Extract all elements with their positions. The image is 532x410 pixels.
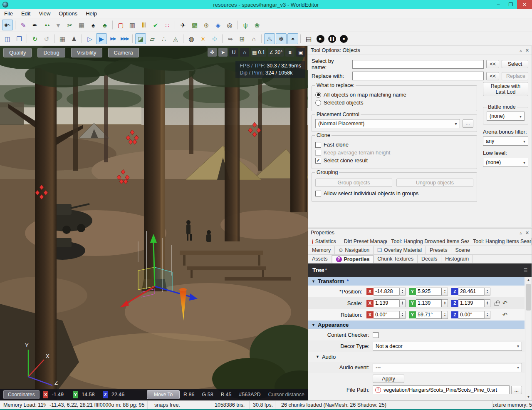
- axis-z-field[interactable]: Z28.461 ▴▾: [451, 288, 490, 296]
- play-speed-1-button[interactable]: ▷: [84, 33, 95, 44]
- tab-presets[interactable]: Presets: [426, 246, 451, 254]
- sun-button[interactable]: ☀: [198, 33, 208, 44]
- building-stamp-button[interactable]: ▦: [76, 20, 87, 30]
- menu-file[interactable]: File: [0, 10, 17, 17]
- spinner[interactable]: ▴▾: [399, 311, 406, 319]
- hamburger-menu-icon[interactable]: ≡: [524, 266, 527, 274]
- pin-icon[interactable]: ▵: [520, 230, 522, 236]
- plane-edit-button[interactable]: ▱: [147, 33, 158, 44]
- checkbox-select-clone-result[interactable]: ✓ Select clone result: [315, 157, 473, 164]
- spinner[interactable]: ▴▾: [399, 288, 406, 296]
- 3d-viewport[interactable]: Y X Z QualityDebugVisibilityCamera ✜➤U⌂▦…: [0, 46, 308, 400]
- save-all-button[interactable]: ❐: [14, 33, 25, 44]
- reset-icon[interactable]: ↶: [502, 300, 507, 306]
- arena-bonus-filter-select[interactable]: any ▾: [483, 137, 528, 146]
- select-by-name-input[interactable]: [352, 60, 484, 69]
- scroll-up-icon[interactable]: ▲: [525, 277, 532, 283]
- file-path-field[interactable]: ! vegetation/Hangars/Scots_Pine/Scots_Pi…: [373, 385, 510, 394]
- visibility-button[interactable]: Visibility: [71, 48, 102, 57]
- axis-z-field[interactable]: Z0.00° ▴▾: [451, 311, 490, 319]
- apply-button[interactable]: Apply: [373, 375, 404, 383]
- home-grid-button[interactable]: ⌂: [248, 33, 259, 44]
- close-panel-icon[interactable]: ✕: [525, 48, 529, 53]
- audio-section-header[interactable]: ▼ Audio: [308, 352, 525, 362]
- play-speed-2-button[interactable]: ▶: [96, 33, 107, 44]
- grid-edit-button[interactable]: ⊞: [237, 33, 247, 44]
- select-history-button[interactable]: <<: [486, 60, 499, 68]
- pause-circle-button[interactable]: ❚❚: [327, 33, 337, 44]
- tank-tool-button[interactable]: ⊛: [201, 20, 212, 30]
- apply-check-button[interactable]: ✔: [150, 20, 161, 30]
- scale-lock-icon[interactable]: [495, 303, 499, 306]
- export-page-button[interactable]: ➥: [225, 33, 236, 44]
- scroll-down-icon[interactable]: ▼: [525, 394, 532, 400]
- placement-more-button[interactable]: ...: [463, 119, 473, 128]
- tab-scene[interactable]: Scene: [451, 246, 474, 254]
- axis-y-field[interactable]: Y59.71° ▴▾: [409, 311, 448, 319]
- flowers-tool-button[interactable]: ∷: [162, 20, 173, 30]
- aircraft-tool-button[interactable]: ✈: [178, 20, 188, 30]
- view-list-icon[interactable]: ≡: [285, 48, 294, 57]
- screenshot-icon[interactable]: ▣: [296, 48, 305, 57]
- skeleton-view-button[interactable]: ♟: [69, 33, 79, 44]
- view-plane-button[interactable]: ◪: [135, 33, 146, 44]
- scrollbar-thumb[interactable]: [526, 284, 531, 311]
- checkbox-fast-clone[interactable]: ✓ Fast clone: [315, 142, 473, 148]
- funnel-tool-button[interactable]: ▼: [53, 20, 64, 30]
- minimize-button[interactable]: –: [492, 0, 505, 9]
- tab-decals[interactable]: Decals: [418, 255, 441, 263]
- target-globe-button[interactable]: ◎: [224, 20, 235, 30]
- tab-memory[interactable]: Memory: [308, 246, 335, 254]
- play-circle-button[interactable]: ▶: [315, 33, 326, 44]
- tab-statistics[interactable]: Statistics: [308, 238, 340, 245]
- fence-tool-button[interactable]: Ⅲ: [139, 20, 149, 30]
- trowel-tool-button[interactable]: ♠: [88, 20, 99, 30]
- menu-help[interactable]: Help: [82, 10, 101, 17]
- spinner[interactable]: ▴▾: [442, 299, 448, 307]
- axis-x-field[interactable]: X-14.828 ▴▾: [366, 288, 406, 296]
- spinner[interactable]: ▴▾: [399, 299, 406, 307]
- snow-view-button[interactable]: ❄: [276, 33, 287, 44]
- appearance-section-header[interactable]: ▼ Appearance: [308, 321, 525, 329]
- battle-mode-select[interactable]: (none) ▾: [487, 112, 525, 121]
- thermal-view-button[interactable]: ♨: [264, 33, 275, 44]
- transform-section-header[interactable]: ▼ Transform*: [308, 277, 525, 286]
- replace-history-button[interactable]: <<: [486, 72, 499, 80]
- ruler-tool-button[interactable]: ▥: [127, 20, 138, 30]
- axis-y-field[interactable]: Y1.139 ▴▾: [409, 299, 448, 307]
- replace-button[interactable]: Replace: [502, 72, 528, 80]
- pin-icon[interactable]: ▵: [520, 48, 522, 53]
- snowflake-button[interactable]: ✣: [209, 33, 220, 44]
- cinematic-editor-button[interactable]: ▤: [303, 33, 314, 44]
- select-object-tool-button[interactable]: ◉↖: [2, 20, 13, 30]
- tab-dirt-preset-manage[interactable]: Dirt Preset Manage: [340, 238, 387, 245]
- globe-button[interactable]: ◍: [186, 33, 197, 44]
- tab-hanging-drowned-items-search[interactable]: Tool: Hanging Drowned Items Searcl: [387, 238, 469, 245]
- tab-assets[interactable]: Assets: [308, 255, 332, 263]
- play-speed-4-button[interactable]: ▶▶▶: [119, 33, 130, 44]
- spinner[interactable]: ▴▾: [484, 288, 490, 296]
- mountains-tool-button[interactable]: ▲▴: [41, 20, 52, 30]
- group-objects-button[interactable]: Group objects: [315, 179, 392, 187]
- select-button[interactable]: Select: [502, 60, 528, 68]
- terrain-height-brush-button[interactable]: ✎: [18, 20, 29, 30]
- axis-x-field[interactable]: X0.00° ▴▾: [366, 311, 406, 319]
- plane-points-button[interactable]: ∴: [158, 33, 169, 44]
- spinner[interactable]: ▴▾: [484, 299, 490, 307]
- low-level-select[interactable]: (none) ▾: [483, 158, 528, 167]
- audio-event-select[interactable]: --- ▾: [373, 363, 522, 372]
- spinner[interactable]: ▴▾: [442, 311, 448, 319]
- tab-overlay-material[interactable]: ❏Overlay Material: [374, 246, 426, 254]
- tab-properties[interactable]: PProperties: [332, 255, 374, 263]
- tab-hanging-items-search[interactable]: Tool: Hanging Items Searcl: [469, 238, 532, 245]
- file-path-browse-button[interactable]: ...: [511, 386, 522, 394]
- close-button[interactable]: ✕: [517, 0, 532, 9]
- coordinates-button[interactable]: Coordinates: [3, 390, 40, 399]
- wireframe-mesh-button[interactable]: ◬: [170, 33, 181, 44]
- scissors-tool-button[interactable]: ✂: [64, 20, 75, 30]
- tab-navigation[interactable]: ⊙Navigation: [335, 246, 374, 254]
- checkbox-allow-select-individual[interactable]: ✓ Allow select individual objects in gro…: [315, 190, 473, 196]
- close-panel-icon[interactable]: ✕: [525, 230, 529, 236]
- save-button[interactable]: ◫: [2, 33, 13, 44]
- selection-rectangle-button[interactable]: ▢: [115, 20, 126, 30]
